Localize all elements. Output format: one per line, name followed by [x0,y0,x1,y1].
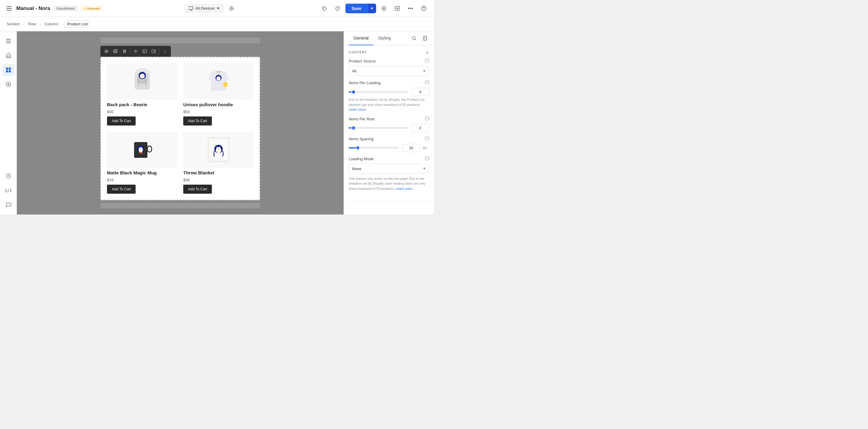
widget-move-btn[interactable] [102,47,111,56]
widget-resize-right-btn[interactable] [150,47,158,56]
widget-delete-btn[interactable] [120,47,129,56]
product-image [107,63,177,99]
content-section: CONTENT ▲ Product Source All Collection … [344,45,434,200]
product-name: Back pack - Bearie [107,102,147,107]
items-spacing-field: Items Spacing px [349,136,429,152]
undo-btn[interactable] [319,3,330,14]
add-to-cart-button[interactable]: Add To Cart [107,116,135,125]
items-spacing-icon[interactable] [425,136,429,142]
device-label: All Devices [195,6,215,10]
content-section-toggle[interactable]: ▲ [426,50,429,54]
breadcrumb-product-list[interactable]: Product List [65,20,90,28]
svg-rect-72 [425,137,429,140]
items-spacing-slider-track[interactable] [349,147,399,148]
share-btn[interactable] [392,3,403,14]
items-spacing-slider-thumb[interactable] [355,146,360,150]
left-sidebar: {/} [0,31,17,214]
items-spacing-unit: px [423,146,429,150]
product-name: Matte Black Magic Mug [107,170,157,175]
svg-point-35 [141,74,142,75]
svg-rect-15 [6,67,8,70]
tab-styling[interactable]: Styling [373,31,396,45]
add-to-cart-button[interactable]: Add To Cart [183,116,212,125]
product-price: $15 [107,178,114,182]
product-card: Throw Blanket $36 Add To Cart [183,132,253,194]
svg-point-25 [135,50,136,52]
sidebar-toggle-btn[interactable] [5,4,13,13]
more-btn[interactable]: ••• [405,3,416,14]
loading-mode-field: Loading Mode None Infinite Scroll Load M… [349,156,429,191]
product-image [183,132,253,168]
breadcrumb-column[interactable]: Column [43,21,60,27]
canvas-bottom-placeholder [100,203,260,209]
items-spacing-label: Items Spacing [349,137,373,141]
loading-mode-learn-more[interactable]: Learn more [396,187,412,190]
svg-rect-26 [143,50,147,53]
product-name: Throw Blanket [183,170,214,175]
breadcrumb-row[interactable]: Row [27,21,38,27]
svg-rect-54 [139,152,141,153]
svg-rect-1 [6,8,12,9]
product-source-select[interactable]: All Collection Tag Vendor [349,66,429,76]
breadcrumb-section[interactable]: Section [5,21,22,27]
items-per-loading-note: Due to the limitation set by Shopify, th… [349,97,429,112]
widget-more-btn[interactable]: ‹ [161,47,169,56]
save-button[interactable]: Save [345,4,367,13]
svg-rect-69 [425,59,429,62]
panel-docs-icon[interactable] [421,34,429,42]
items-per-row-slider-track[interactable] [349,127,408,128]
sidebar-icon-code[interactable]: {/} [2,184,14,196]
sidebar-icon-menu[interactable] [2,35,14,47]
loading-mode-icon[interactable] [425,156,429,162]
items-per-row-slider-thumb[interactable] [351,126,355,130]
breadcrumb: Section › Row › Column › Product List [0,17,434,31]
canvas-top-placeholder [100,37,260,44]
svg-point-52 [141,147,142,148]
items-per-loading-learn-more[interactable]: Learn more [349,108,366,111]
svg-point-6 [230,7,232,9]
tab-general[interactable]: General [349,31,373,45]
product-image [183,63,253,99]
svg-rect-16 [9,67,11,70]
sidebar-icon-chat[interactable] [2,199,14,211]
unsaved-badge: Unsaved [81,6,103,11]
widget-duplicate-btn[interactable] [111,47,120,56]
items-spacing-input[interactable] [402,144,420,152]
sidebar-icon-add[interactable] [2,79,14,90]
items-per-row-input[interactable] [411,124,429,132]
sidebar-icon-history[interactable] [2,170,14,182]
redo-btn[interactable] [332,3,343,14]
svg-point-10 [424,9,424,10]
loading-mode-select[interactable]: None Infinite Scroll Load More Button [349,164,429,174]
items-per-loading-slider-thumb[interactable] [351,90,355,94]
items-per-loading-label: Items Per Loading [349,81,381,85]
product-source-icon[interactable] [425,59,429,64]
right-panel: General Styling CONTENT ▲ Product Source [344,31,434,214]
svg-rect-13 [6,42,11,43]
product-price: $40 [107,110,114,114]
preview-btn[interactable] [378,3,390,14]
items-per-loading-slider-track[interactable] [349,91,408,93]
device-selector[interactable]: All Devices [185,4,223,12]
items-per-loading-input[interactable] [411,88,429,96]
product-list: Back pack - Bearie $40 Add To Cart [100,57,260,200]
widget-wrapper: ‹ [100,46,260,200]
svg-point-41 [219,77,220,78]
sidebar-icon-store[interactable] [2,50,14,61]
widget-resize-left-btn[interactable] [141,47,149,56]
widget-toolbar: ‹ [100,46,171,57]
widget-settings-btn[interactable] [131,47,140,56]
add-to-cart-button[interactable]: Add To Cart [107,184,135,194]
panel-search-icon[interactable] [410,34,418,42]
save-dropdown-btn[interactable]: ▼ [367,4,376,13]
svg-rect-0 [6,6,12,7]
sidebar-icon-layout[interactable] [2,64,14,76]
product-source-label: Product Source [349,59,376,63]
items-per-loading-icon[interactable] [425,80,429,85]
add-to-cart-button[interactable]: Add To Cart [183,184,212,194]
help-btn[interactable] [418,3,429,14]
items-per-row-icon[interactable] [425,116,429,121]
loading-mode-label: Loading Mode [349,156,373,161]
settings-btn[interactable] [226,3,237,14]
product-card: Matte Black Magic Mug $15 Add To Cart [107,132,177,194]
